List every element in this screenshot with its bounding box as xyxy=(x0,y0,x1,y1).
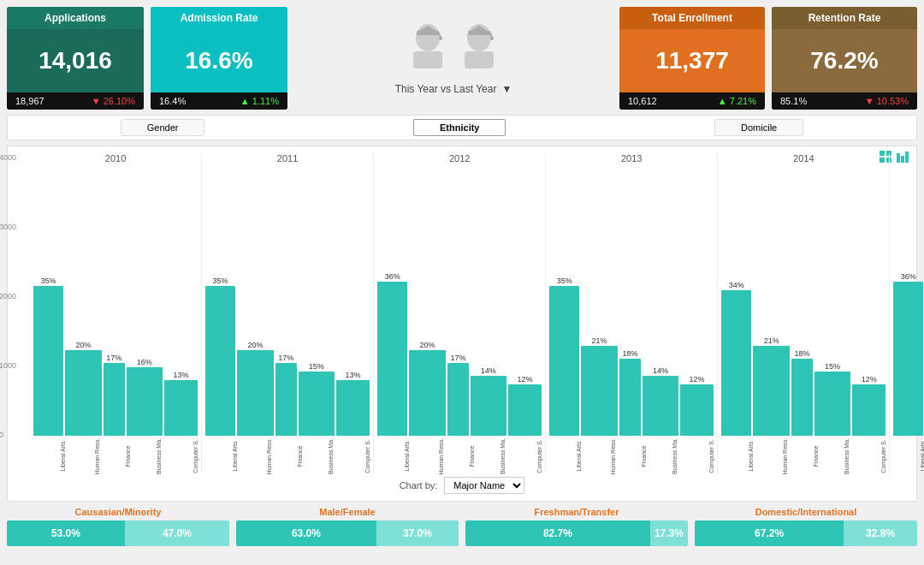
bar xyxy=(275,363,297,436)
bar-label: Liberal Arts xyxy=(376,441,410,471)
bar-wrapper: 13%Computer S. xyxy=(336,371,370,473)
enrollment-value: 11,377 xyxy=(619,29,765,92)
admission-value: 16.6% xyxy=(151,29,287,92)
enrollment-change: ▲ 7.21% xyxy=(718,96,756,106)
applications-footer: 18,967 ▼ 26.10% xyxy=(7,92,144,110)
year-group-2013: 201335%Liberal Arts21%Human Reso.18%Fina… xyxy=(546,153,718,473)
bars-container: 34%Liberal Arts21%Human Reso.18%Finance1… xyxy=(721,167,886,473)
svg-point-11 xyxy=(490,37,494,40)
applications-change: ▼ 26.10% xyxy=(92,96,135,106)
bar-label: Liberal Arts xyxy=(548,441,582,471)
tab-ethnicity[interactable]: Ethnicity xyxy=(413,119,506,136)
bar-label: Business Ma. xyxy=(815,438,850,474)
bar-label: Human Reso. xyxy=(583,438,617,475)
grad-icon-1 xyxy=(406,22,449,78)
bar-wrapper: 14%Business Ma. xyxy=(643,366,678,473)
bar xyxy=(237,350,274,436)
bar-label: Liberal Arts xyxy=(32,441,66,471)
year-group-2010: 40003000200010000201035%Liberal Arts20%H… xyxy=(15,153,202,473)
bar-pct: 17% xyxy=(278,354,293,362)
retention-prev: 85.1% xyxy=(780,96,807,106)
bar-label: Finance xyxy=(785,446,820,467)
bar-pct: 12% xyxy=(862,375,877,384)
ratio-title: Freshman/Transfer xyxy=(465,507,688,517)
bar-wrapper: 12%Computer S. xyxy=(508,375,542,473)
bottom-row: Causasian/Minority53.0%47.0%Male/Female6… xyxy=(7,507,917,558)
bar-pct: 20% xyxy=(247,341,263,349)
bar-pct: 12% xyxy=(690,375,705,384)
chart-by-select[interactable]: Major Name Department College xyxy=(444,477,524,494)
admission-prev: 16.4% xyxy=(159,96,186,106)
bar-wrapper: 18%Finance xyxy=(791,349,813,473)
bar-wrapper: 35%Liberal Arts xyxy=(205,277,235,473)
bar xyxy=(471,376,506,436)
bar xyxy=(127,367,163,436)
bars-container: 36%Liberal Arts20%Human Reso.17%Finance1… xyxy=(377,167,542,473)
bar xyxy=(377,282,407,436)
bar-wrapper: 15%Business Ma. xyxy=(299,362,335,473)
ratio-bar: 53.0%47.0% xyxy=(7,520,229,546)
bar-label: Computer S. xyxy=(335,439,370,473)
year-group-2015: 201536%Liberal Arts20%Human Reso.17%Fina… xyxy=(890,153,924,473)
bar-pct: 17% xyxy=(106,354,121,362)
applications-value: 14,016 xyxy=(7,29,144,92)
bar xyxy=(643,376,678,436)
admission-title: Admission Rate xyxy=(151,7,287,29)
bar xyxy=(336,380,370,436)
ratio-bar: 63.0%37.0% xyxy=(236,520,459,546)
kpi-applications: Applications 14,016 18,967 ▼ 26.10% xyxy=(7,7,144,110)
bar-wrapper: 14%Business Ma. xyxy=(471,366,506,473)
year-dropdown-arrow: ▼ xyxy=(501,83,512,95)
tab-domicile[interactable]: Domicile xyxy=(714,119,803,136)
year-label-2013: 2013 xyxy=(549,153,714,164)
ratio-title: Causasian/Minority xyxy=(7,507,229,517)
kpi-admission: Admission Rate 16.6% 16.4% ▲ 1.11% xyxy=(151,7,287,110)
retention-change: ▼ 10.53% xyxy=(865,96,909,106)
chart-by-label: Chart by: xyxy=(400,480,438,491)
bar-wrapper: 15%Business Ma. xyxy=(814,362,850,473)
bar-wrapper: 34%Liberal Arts xyxy=(721,281,751,473)
retention-value: 76.2% xyxy=(772,29,917,92)
filter-row: Gender Ethnicity Domicile xyxy=(7,115,917,140)
chart-section: 40003000200010000201035%Liberal Arts20%H… xyxy=(7,146,917,502)
bar-wrapper: 18%Finance xyxy=(619,349,641,473)
year-label-2014: 2014 xyxy=(721,153,886,164)
admission-change: ▲ 1.11% xyxy=(240,96,279,106)
bar-pct: 34% xyxy=(729,281,744,289)
bar-label: Finance xyxy=(613,446,647,467)
bar-wrapper: 12%Computer S. xyxy=(852,375,886,473)
tab-gender[interactable]: Gender xyxy=(121,119,205,136)
bar xyxy=(549,286,579,436)
bar xyxy=(852,384,886,436)
ratio-seg1: 67.2% xyxy=(695,520,844,546)
ratio-seg2: 32.8% xyxy=(844,520,917,546)
bar-pct: 17% xyxy=(450,354,465,362)
ratio-card: Domestic/International67.2%32.8% xyxy=(695,507,917,558)
bars-container: 35%Liberal Arts20%Human Reso.17%Finance1… xyxy=(33,167,198,473)
year-label-2010: 2010 xyxy=(33,153,198,164)
ratio-seg2: 47.0% xyxy=(125,520,229,546)
bar-pct: 35% xyxy=(41,277,56,285)
bar-wrapper: 36%Liberal Arts xyxy=(893,272,923,473)
bar-pct: 21% xyxy=(764,336,779,345)
bar-label: Finance xyxy=(97,446,131,467)
bar-wrapper: 12%Computer S. xyxy=(680,375,714,473)
ratio-seg1: 53.0% xyxy=(7,520,125,546)
bar-pct: 35% xyxy=(557,277,572,285)
svg-rect-1 xyxy=(413,51,442,68)
bar-label: Business Ma. xyxy=(471,438,506,474)
year-label-2012: 2012 xyxy=(377,153,542,164)
bar-label: Liberal Arts xyxy=(204,441,238,471)
bar-wrapper: 13%Computer S. xyxy=(164,371,198,473)
year-label-2015: 2015 xyxy=(893,153,924,164)
enrollment-footer: 10,612 ▲ 7.21% xyxy=(619,92,765,110)
bars-container: 35%Liberal Arts21%Human Reso.18%Finance1… xyxy=(549,167,714,473)
bar-label: Business Ma. xyxy=(299,438,334,474)
year-group-2012: 201236%Liberal Arts20%Human Reso.17%Fina… xyxy=(374,153,546,473)
bar-pct: 16% xyxy=(137,358,152,366)
bar-pct: 36% xyxy=(385,272,400,281)
bar-wrapper: 20%Human Reso. xyxy=(65,341,102,473)
year-selector[interactable]: This Year vs Last Year ▼ xyxy=(395,83,512,95)
bar-pct: 20% xyxy=(75,341,91,349)
ratio-seg1: 63.0% xyxy=(236,520,376,546)
